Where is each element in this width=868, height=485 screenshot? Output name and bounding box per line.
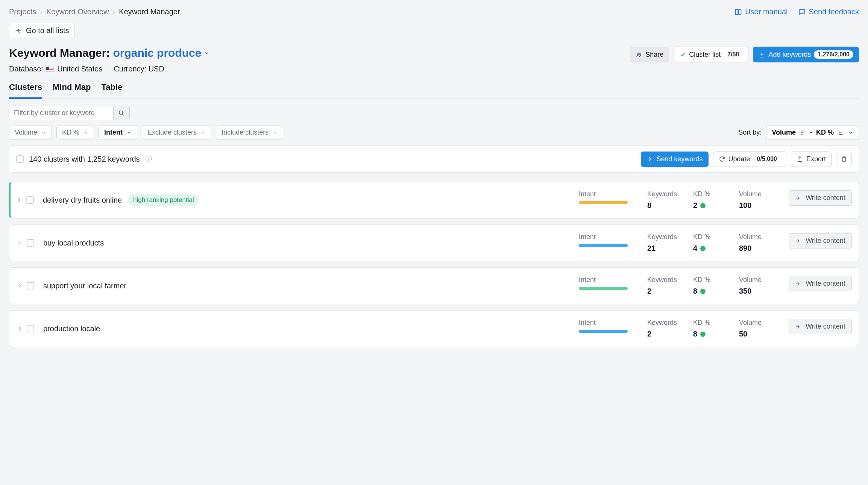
expand-toggle[interactable] bbox=[16, 197, 23, 203]
sort-selector[interactable]: Volume - KD % bbox=[766, 126, 859, 139]
share-icon bbox=[636, 51, 642, 58]
sort-by-label: Sort by: bbox=[738, 129, 762, 136]
tab-mind-map[interactable]: Mind Map bbox=[53, 79, 91, 99]
arrow-right-icon bbox=[795, 323, 802, 330]
book-icon bbox=[734, 8, 742, 16]
svg-point-2 bbox=[637, 53, 639, 55]
sort-desc-icon bbox=[800, 129, 806, 136]
send-icon bbox=[646, 156, 653, 162]
filter-exclude-clusters[interactable]: Exclude clusters bbox=[142, 126, 211, 139]
feedback-icon bbox=[798, 8, 806, 16]
tab-clusters[interactable]: Clusters bbox=[9, 79, 42, 99]
sort-primary: Volume bbox=[772, 129, 796, 136]
write-content-button[interactable]: Write content bbox=[789, 276, 852, 291]
write-content-label: Write content bbox=[806, 194, 845, 202]
row-checkbox[interactable] bbox=[27, 325, 34, 332]
metric-kd-label: KD % bbox=[693, 190, 723, 198]
row-checkbox[interactable] bbox=[27, 239, 34, 247]
arrow-right-icon bbox=[795, 280, 802, 287]
cluster-row: support your local farmer Intent Keyword… bbox=[9, 267, 859, 304]
cluster-row: production locale Intent Keywords 2 KD %… bbox=[9, 310, 859, 347]
chevron-right-icon: › bbox=[113, 8, 115, 16]
filter-intent-label: Intent bbox=[104, 129, 123, 136]
cluster-row: delivery dry fruits online high ranking … bbox=[9, 182, 859, 218]
delete-button[interactable] bbox=[836, 152, 852, 166]
intent-bar bbox=[579, 244, 628, 247]
user-manual-label: User manual bbox=[745, 8, 788, 16]
write-content-label: Write content bbox=[806, 237, 845, 245]
write-content-button[interactable]: Write content bbox=[789, 233, 852, 249]
user-manual-link[interactable]: User manual bbox=[734, 8, 788, 16]
chevron-down-icon bbox=[200, 130, 206, 135]
database-meta: Database: United States bbox=[9, 65, 102, 73]
breadcrumb-keyword-overview[interactable]: Keyword Overview bbox=[46, 8, 109, 16]
cluster-row: buy local products Intent Keywords 21 KD… bbox=[9, 224, 859, 261]
write-content-label: Write content bbox=[806, 280, 845, 288]
filter-input[interactable] bbox=[9, 106, 114, 120]
kd-dot-icon bbox=[700, 289, 706, 294]
title-prefix: Keyword Manager: bbox=[9, 47, 110, 59]
send-feedback-link[interactable]: Send feedback bbox=[798, 8, 859, 16]
export-button[interactable]: Export bbox=[791, 152, 832, 167]
expand-toggle[interactable] bbox=[16, 239, 23, 246]
list-name-selector[interactable]: organic produce bbox=[113, 47, 209, 59]
currency-label: Currency: bbox=[114, 65, 146, 73]
filter-intent[interactable]: Intent bbox=[99, 126, 137, 139]
download-icon bbox=[759, 51, 765, 58]
filter-search-button[interactable] bbox=[114, 106, 130, 120]
info-icon[interactable]: ⓘ bbox=[145, 155, 152, 164]
intent-bar bbox=[579, 330, 628, 333]
expand-toggle[interactable] bbox=[16, 282, 23, 289]
share-label: Share bbox=[645, 51, 663, 59]
filter-volume[interactable]: Volume bbox=[9, 126, 52, 139]
cluster-list-button[interactable]: Cluster list 7/50 bbox=[674, 47, 748, 62]
write-content-button[interactable]: Write content bbox=[789, 190, 852, 206]
update-button[interactable]: Update 0/5,000 bbox=[713, 151, 786, 167]
row-checkbox[interactable] bbox=[26, 196, 34, 204]
write-content-button[interactable]: Write content bbox=[789, 319, 852, 334]
select-all-checkbox[interactable] bbox=[16, 155, 24, 163]
metric-keywords-label: Keywords bbox=[647, 319, 677, 327]
tab-table[interactable]: Table bbox=[101, 79, 122, 99]
cluster-name: buy local products bbox=[43, 239, 104, 247]
summary-bar: 140 clusters with 1,252 keywords ⓘ Send … bbox=[9, 146, 859, 173]
keywords-value: 2 bbox=[647, 330, 677, 338]
keywords-value: 8 bbox=[647, 201, 677, 210]
search-icon bbox=[118, 110, 125, 117]
share-button[interactable]: Share bbox=[630, 47, 669, 62]
filter-include-clusters[interactable]: Include clusters bbox=[216, 126, 283, 139]
view-tabs: Clusters Mind Map Table bbox=[9, 79, 859, 99]
metric-volume-label: Volume bbox=[739, 190, 773, 198]
currency-meta: Currency: USD bbox=[114, 65, 164, 73]
send-keywords-button[interactable]: Send keywords bbox=[641, 152, 708, 167]
volume-value: 100 bbox=[739, 201, 773, 210]
kd-dot-icon bbox=[700, 246, 706, 251]
cluster-summary-text: 140 clusters with 1,252 keywords bbox=[29, 155, 140, 164]
refresh-icon bbox=[719, 156, 725, 162]
breadcrumb-projects[interactable]: Projects bbox=[9, 8, 36, 16]
go-to-all-lists-button[interactable]: Go to all lists bbox=[9, 23, 74, 38]
arrow-right-icon bbox=[795, 238, 802, 244]
page-title: Keyword Manager: organic produce bbox=[9, 47, 209, 59]
chevron-down-icon bbox=[126, 130, 132, 135]
cluster-name: delivery dry fruits online bbox=[43, 196, 122, 205]
expand-toggle[interactable] bbox=[16, 325, 23, 332]
trash-icon bbox=[841, 156, 847, 162]
cluster-name: production locale bbox=[43, 324, 100, 333]
keywords-value: 21 bbox=[647, 244, 677, 253]
write-content-label: Write content bbox=[806, 323, 845, 330]
intent-bar bbox=[579, 287, 628, 290]
currency-value: USD bbox=[149, 65, 164, 73]
add-keywords-button[interactable]: Add keywords 1,276/2,000 bbox=[753, 47, 859, 62]
chevron-down-icon bbox=[204, 50, 209, 56]
database-label: Database: bbox=[9, 65, 43, 73]
metric-kd-label: KD % bbox=[693, 276, 723, 284]
go-to-all-lists-label: Go to all lists bbox=[26, 26, 69, 35]
filter-kd[interactable]: KD % bbox=[56, 126, 94, 139]
cluster-count-badge: 7/50 bbox=[724, 50, 743, 59]
intent-bar bbox=[579, 201, 628, 204]
metric-volume-label: Volume bbox=[739, 276, 773, 284]
check-icon bbox=[679, 51, 686, 58]
export-label: Export bbox=[806, 155, 826, 163]
row-checkbox[interactable] bbox=[27, 282, 34, 289]
